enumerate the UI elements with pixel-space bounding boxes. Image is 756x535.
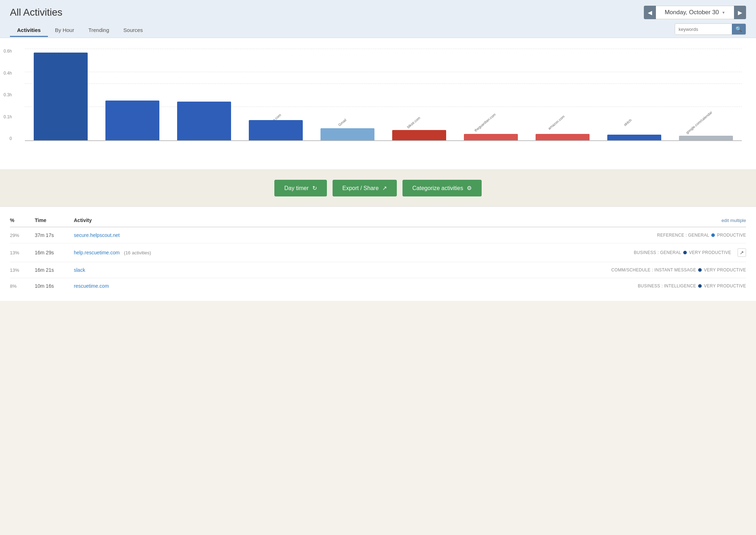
bar-google-calendar-rect: [679, 136, 733, 140]
export-share-label: Export / Share: [343, 185, 379, 191]
col-header-time: Time: [35, 217, 74, 223]
bar-amazon-rect: [536, 134, 590, 140]
header: All Activities ◀ Monday, October 30 ▼ ▶ …: [0, 0, 756, 38]
cell-activity-3: slack: [74, 267, 611, 273]
col-header-activity: Activity: [74, 217, 722, 223]
productivity-dot-1: [711, 233, 715, 237]
bar-blkstr: [383, 130, 455, 140]
cell-meta-4: BUSINESS : INTELLIGENCE VERY PRODUCTIVE: [638, 283, 746, 288]
bar-secure-helpscout: [25, 53, 97, 140]
category-2: BUSINESS : GENERAL: [634, 250, 681, 255]
chart-section: 0.6h 0.4h 0.3h 0.1h 0: [0, 38, 756, 170]
activities-table-section: % Time Activity edit multiple 29% 37m 17…: [0, 207, 756, 301]
y-label-4: 0: [4, 136, 12, 141]
prev-date-button[interactable]: ◀: [644, 6, 656, 19]
table-row: 29% 37m 17s secure.helpscout.net REFEREN…: [10, 227, 746, 243]
cell-activity-2: help.rescuetime.com (16 activities): [74, 250, 634, 255]
activity-link-2[interactable]: help.rescuetime.com: [74, 250, 120, 255]
bar-skitch: [598, 135, 670, 140]
cell-time-4: 10m 16s: [35, 283, 74, 289]
y-label-3: 0.1h: [4, 114, 12, 119]
y-label-0: 0.6h: [4, 49, 12, 54]
page-title: All Activities: [10, 7, 62, 18]
table-row: 13% 16m 21s slack COMM/SCHEDULE : INSTAN…: [10, 262, 746, 278]
table-row: 13% 16m 29s help.rescuetime.com (16 acti…: [10, 243, 746, 262]
table-header: % Time Activity edit multiple: [10, 214, 746, 227]
bar-slack: [168, 102, 240, 140]
bar-blkstr-rect: [392, 130, 446, 140]
cell-pct-4: 8%: [10, 283, 35, 289]
productivity-3: VERY PRODUCTIVE: [704, 268, 746, 272]
bar-amazon: [527, 134, 598, 140]
category-4: BUSINESS : INTELLIGENCE: [638, 283, 696, 288]
bar-theguardian-rect: [464, 134, 518, 140]
search-box: 🔍: [675, 23, 746, 35]
bar-google-calendar: [670, 136, 742, 140]
cell-activity-4: rescuetime.com: [74, 283, 638, 289]
chart-x-labels: secure.helpscout.net help.rescuetime.com…: [25, 144, 742, 148]
day-timer-label: Day timer: [284, 185, 308, 191]
bar-gmail-rect: [321, 128, 374, 140]
activity-count-2: (16 activities): [124, 250, 151, 255]
cell-time-3: 16m 21s: [35, 267, 74, 273]
tab-activities[interactable]: Activities: [10, 24, 48, 37]
cell-meta-1: REFERENCE : GENERAL PRODUCTIVE: [657, 233, 746, 238]
col-header-pct: %: [10, 217, 35, 223]
y-label-1: 0.4h: [4, 71, 12, 76]
categorize-label: Categorize activities: [412, 185, 463, 191]
activity-link-1[interactable]: secure.helpscout.net: [74, 232, 120, 238]
cell-time-1: 37m 17s: [35, 232, 74, 238]
tab-trending[interactable]: Trending: [81, 24, 116, 37]
cell-time-2: 16m 29s: [35, 250, 74, 255]
category-1: REFERENCE : GENERAL: [657, 233, 709, 238]
productivity-1: PRODUCTIVE: [717, 233, 746, 238]
bar-skitch-rect: [607, 135, 661, 140]
productivity-2: VERY PRODUCTIVE: [689, 250, 731, 255]
cell-activity-1: secure.helpscout.net: [74, 232, 657, 238]
nav-tabs: Activities By Hour Trending Sources 🔍: [10, 23, 746, 38]
category-3: COMM/SCHEDULE : INSTANT MESSAGE: [611, 268, 696, 272]
chart-y-labels: 0.6h 0.4h 0.3h 0.1h 0: [4, 49, 12, 141]
action-buttons-section: Day timer ↻ Export / Share ↗ Categorize …: [0, 170, 756, 207]
bar-help-rescuetime-rect: [105, 101, 159, 140]
bar-gmail: [312, 128, 383, 140]
day-timer-button[interactable]: Day timer ↻: [274, 180, 327, 196]
edit-multiple-button[interactable]: edit multiple: [722, 218, 746, 223]
day-timer-icon: ↻: [312, 185, 317, 191]
bar-secure-helpscout-rect: [34, 53, 88, 140]
cell-pct-3: 13%: [10, 268, 35, 273]
productivity-dot-2: [683, 251, 687, 254]
nav-tab-list: Activities By Hour Trending Sources: [10, 24, 150, 37]
table-row: 8% 10m 16s rescuetime.com BUSINESS : INT…: [10, 278, 746, 294]
search-button[interactable]: 🔍: [732, 24, 746, 34]
productivity-dot-3: [698, 268, 702, 272]
bar-rescuetime-rect: [249, 120, 303, 140]
date-dropdown-arrow: ▼: [722, 11, 725, 15]
cell-pct-1: 29%: [10, 233, 35, 238]
tab-sources[interactable]: Sources: [116, 24, 150, 37]
export-share-button[interactable]: Export / Share ↗: [333, 180, 397, 196]
date-display: Monday, October 30 ▼: [656, 6, 734, 19]
row-edit-button-2[interactable]: ↗: [738, 248, 746, 257]
cell-meta-2: BUSINESS : GENERAL VERY PRODUCTIVE ↗: [634, 248, 746, 257]
cell-pct-2: 13%: [10, 250, 35, 255]
export-share-icon: ↗: [382, 185, 387, 191]
bar-rescuetime: [240, 120, 312, 140]
bar-help-rescuetime: [97, 101, 168, 140]
search-input[interactable]: [675, 25, 732, 34]
categorize-icon: ⚙: [467, 185, 472, 191]
activity-link-4[interactable]: rescuetime.com: [74, 283, 109, 289]
date-navigator: ◀ Monday, October 30 ▼ ▶: [644, 6, 746, 19]
next-date-button[interactable]: ▶: [734, 6, 746, 19]
tab-by-hour[interactable]: By Hour: [48, 24, 81, 37]
activity-link-3[interactable]: slack: [74, 267, 85, 273]
productivity-4: VERY PRODUCTIVE: [704, 283, 746, 288]
categorize-button[interactable]: Categorize activities ⚙: [402, 180, 482, 196]
bar-chart: [25, 49, 742, 141]
cell-meta-3: COMM/SCHEDULE : INSTANT MESSAGE VERY PRO…: [611, 268, 746, 272]
productivity-dot-4: [698, 284, 702, 288]
bar-theguardian: [455, 134, 527, 140]
date-text: Monday, October 30: [665, 9, 719, 16]
chart-container: 0.6h 0.4h 0.3h 0.1h 0: [21, 49, 742, 162]
y-label-2: 0.3h: [4, 92, 12, 97]
